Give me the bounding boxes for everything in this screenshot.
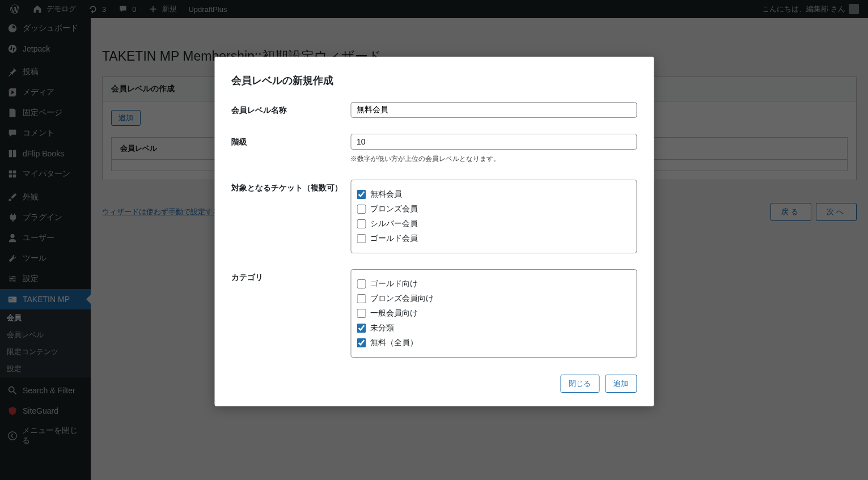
categories-group: ゴールド向けブロンズ会員向け一般会員向け未分類無料（全員） bbox=[350, 269, 637, 358]
ticket-label[interactable]: 無料会員 bbox=[370, 189, 402, 199]
ticket-item: シルバー会員 bbox=[357, 216, 630, 231]
ticket-checkbox[interactable] bbox=[357, 205, 366, 214]
tickets-group: 無料会員ブロンズ会員シルバー会員ゴールド会員 bbox=[350, 180, 637, 253]
tickets-row: 対象となるチケット（複数可） 無料会員ブロンズ会員シルバー会員ゴールド会員 bbox=[231, 180, 637, 253]
ticket-checkbox[interactable] bbox=[357, 219, 366, 228]
ticket-item: 無料会員 bbox=[357, 187, 630, 202]
category-item: 未分類 bbox=[357, 321, 630, 335]
modal-footer: 閉じる 追加 bbox=[214, 375, 654, 406]
rank-help: ※数字が低い方が上位の会員レベルとなります。 bbox=[350, 154, 637, 164]
category-label[interactable]: 一般会員向け bbox=[370, 308, 418, 318]
category-label[interactable]: ゴールド向け bbox=[370, 279, 418, 289]
category-item: 無料（全員） bbox=[357, 335, 630, 350]
category-label[interactable]: 無料（全員） bbox=[370, 338, 418, 348]
ticket-label[interactable]: ゴールド会員 bbox=[370, 233, 418, 244]
category-label[interactable]: ブロンズ会員向け bbox=[370, 294, 434, 304]
rank-input[interactable] bbox=[350, 134, 637, 150]
name-row: 会員レベル名称 bbox=[231, 102, 637, 118]
category-item: ブロンズ会員向け bbox=[357, 291, 630, 306]
category-label: カテゴリ bbox=[231, 269, 350, 283]
category-checkbox[interactable] bbox=[357, 338, 366, 347]
close-button[interactable]: 閉じる bbox=[560, 375, 599, 393]
tickets-label: 対象となるチケット（複数可） bbox=[231, 180, 350, 193]
ticket-label[interactable]: シルバー会員 bbox=[370, 219, 418, 229]
category-item: 一般会員向け bbox=[357, 306, 630, 321]
category-checkbox[interactable] bbox=[357, 279, 366, 288]
ticket-label[interactable]: ブロンズ会員 bbox=[370, 204, 418, 214]
name-input[interactable] bbox=[350, 102, 637, 118]
category-checkbox[interactable] bbox=[357, 324, 366, 333]
name-label: 会員レベル名称 bbox=[231, 102, 350, 116]
create-level-modal: 会員レベルの新規作成 会員レベル名称 階級 ※数字が低い方が上位の会員レベルとな… bbox=[214, 57, 654, 406]
category-checkbox[interactable] bbox=[357, 309, 366, 318]
modal-add-button[interactable]: 追加 bbox=[605, 375, 637, 393]
rank-label: 階級 bbox=[231, 134, 350, 147]
modal-title: 会員レベルの新規作成 bbox=[231, 74, 637, 87]
ticket-checkbox[interactable] bbox=[357, 234, 366, 243]
ticket-item: ゴールド会員 bbox=[357, 231, 630, 246]
category-row: カテゴリ ゴールド向けブロンズ会員向け一般会員向け未分類無料（全員） bbox=[231, 269, 637, 358]
category-item: ゴールド向け bbox=[357, 277, 630, 291]
category-label[interactable]: 未分類 bbox=[370, 323, 394, 333]
ticket-item: ブロンズ会員 bbox=[357, 202, 630, 216]
rank-row: 階級 ※数字が低い方が上位の会員レベルとなります。 bbox=[231, 134, 637, 164]
category-checkbox[interactable] bbox=[357, 294, 366, 303]
ticket-checkbox[interactable] bbox=[357, 190, 366, 199]
